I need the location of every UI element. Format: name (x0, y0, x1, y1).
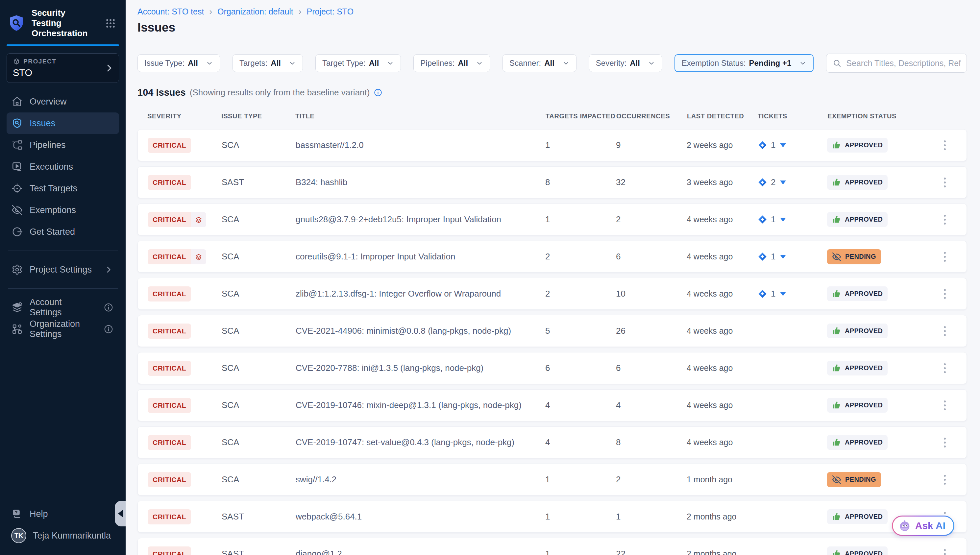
status-badge: APPROVED (827, 547, 888, 555)
severity-cell: CRITICAL (148, 324, 221, 338)
cube-icon (13, 58, 20, 65)
sidebar-collapse-handle[interactable] (115, 501, 126, 526)
sidebar-item-pipelines[interactable]: Pipelines (6, 134, 119, 156)
severity-label: CRITICAL (148, 361, 191, 376)
search-icon (832, 59, 842, 68)
targets-impacted: 2 (545, 252, 616, 262)
jira-icon (757, 214, 768, 225)
filter-pipelines[interactable]: Pipelines:All (413, 54, 490, 72)
last-detected: 4 weeks ago (686, 215, 757, 224)
table-row[interactable]: CRITICALSCACVE-2019-10746: mixin-deep@1.… (138, 389, 967, 421)
table-row[interactable]: CRITICALSASTdjango@1.21222 months agoAPP… (138, 538, 967, 555)
breadcrumb-account[interactable]: Account: STO test (138, 7, 204, 16)
row-menu-kebab-icon[interactable] (938, 212, 951, 228)
filter-scanner[interactable]: Scanner:All (502, 54, 576, 72)
shield-search-icon (11, 117, 23, 129)
avatar: TK (11, 528, 26, 543)
filter-issue-type[interactable]: Issue Type:All (138, 54, 220, 72)
table-row[interactable]: CRITICALSCAgnutls28@3.7.9-2+deb12u5: Imp… (138, 204, 967, 236)
table-row[interactable]: CRITICALSCAswig//1.4.2121 month agoPENDI… (138, 464, 967, 496)
info-icon[interactable] (103, 323, 114, 335)
ask-ai-button[interactable]: Ask AI (892, 515, 954, 536)
table-row[interactable]: CRITICALSASTB324: hashlib8323 weeks ago2… (138, 166, 967, 198)
status-label: APPROVED (845, 327, 883, 335)
occurrences: 9 (616, 140, 686, 150)
status-label: APPROVED (845, 439, 883, 446)
row-menu-kebab-icon[interactable] (938, 546, 951, 555)
project-name: STO (13, 67, 113, 78)
sidebar-item-label: Overview (30, 97, 67, 107)
sidebar-item-issues[interactable]: Issues (6, 112, 119, 134)
last-detected: 1 month ago (686, 475, 757, 484)
sidebar-item-help[interactable]: ? Help (6, 503, 119, 525)
table-row[interactable]: CRITICALSASTwebpack@5.64.1112 months ago… (138, 501, 967, 533)
info-icon[interactable] (103, 302, 114, 313)
col-header-tickets: TICKETS (758, 112, 828, 120)
sidebar-item-executions[interactable]: Executions (6, 156, 119, 178)
row-menu-kebab-icon[interactable] (938, 286, 951, 302)
user-menu[interactable]: TK Teja Kummarikuntla (6, 525, 119, 547)
last-detected: 4 weeks ago (686, 289, 757, 298)
home-icon (11, 96, 23, 107)
severity-label: CRITICAL (148, 547, 191, 555)
table-row[interactable]: CRITICALSCACVE-2020-7788: ini@1.3.5 (lan… (138, 352, 967, 384)
app-header[interactable]: Security Testing Orchestration (0, 0, 126, 38)
filter-label: Issue Type: (144, 59, 184, 68)
targets-impacted: 4 (545, 400, 616, 410)
ticket-caret-icon[interactable] (780, 255, 786, 259)
tickets-cell: 2 (757, 177, 827, 188)
sidebar-item-project-settings[interactable]: Project Settings (6, 259, 119, 281)
module-grid-icon[interactable] (103, 16, 118, 30)
table-row[interactable]: CRITICALSCACVE-2021-44906: minimist@0.0.… (138, 315, 967, 347)
last-detected: 4 weeks ago (686, 252, 757, 261)
stack-icon (195, 216, 202, 224)
row-menu-kebab-icon[interactable] (938, 397, 951, 414)
filter-target-type[interactable]: Target Type:All (315, 54, 401, 72)
sidebar-item-organization-settings[interactable]: Organization Settings (6, 318, 119, 340)
status-badge: APPROVED (827, 435, 888, 450)
row-menu-kebab-icon[interactable] (938, 137, 951, 154)
row-menu-kebab-icon[interactable] (938, 472, 951, 488)
filter-label: Severity: (596, 59, 627, 68)
project-selector[interactable]: PROJECT STO (6, 53, 119, 83)
search-input[interactable] (846, 59, 961, 68)
user-name: Teja Kummarikuntla (33, 531, 111, 541)
sidebar-item-label: Pipelines (30, 140, 66, 150)
row-menu-kebab-icon[interactable] (938, 249, 951, 265)
sidebar-item-account-settings[interactable]: Account Settings (6, 297, 119, 318)
filter-targets[interactable]: Targets:All (233, 54, 303, 72)
ticket-caret-icon[interactable] (780, 143, 786, 147)
ticket-caret-icon[interactable] (780, 181, 786, 184)
breadcrumb-project[interactable]: Project: STO (306, 7, 353, 16)
info-icon[interactable] (374, 88, 382, 97)
sidebar-item-overview[interactable]: Overview (6, 91, 119, 112)
severity-badge: CRITICAL (148, 249, 206, 264)
layers-gear-icon (11, 302, 23, 313)
breadcrumb-organization[interactable]: Organization: default (217, 7, 294, 16)
sidebar-item-get-started[interactable]: Get Started (6, 221, 119, 243)
row-menu-kebab-icon[interactable] (938, 323, 951, 339)
status-badge: APPROVED (827, 361, 888, 375)
table-row[interactable]: CRITICALSCAbassmaster//1.2.0192 weeks ag… (138, 129, 967, 161)
issue-title: django@1.2 (296, 549, 545, 555)
sidebar-item-exemptions[interactable]: Exemptions (6, 199, 119, 221)
table-row[interactable]: CRITICALSCACVE-2019-10747: set-value@0.4… (138, 427, 967, 458)
table-row[interactable]: CRITICALSCAcoreutils@9.1-1: Improper Inp… (138, 241, 967, 273)
row-menu-kebab-icon[interactable] (938, 360, 951, 377)
severity-cell: CRITICAL (148, 286, 221, 302)
filter-exemption-status[interactable]: Exemption Status:Pending +1 (675, 54, 813, 72)
divider (8, 250, 118, 251)
sidebar-item-label: Issues (30, 119, 55, 128)
filter-severity[interactable]: Severity:All (589, 54, 662, 72)
ticket-caret-icon[interactable] (780, 218, 786, 221)
row-menu-kebab-icon[interactable] (938, 174, 951, 191)
table-row[interactable]: CRITICALSCAzlib@1:1.2.13.dfsg-1: Integer… (138, 278, 967, 310)
results-count: 104 Issues (138, 87, 186, 98)
sidebar-item-test-targets[interactable]: Test Targets (6, 178, 119, 199)
ticket-caret-icon[interactable] (780, 292, 786, 296)
occurrences: 8 (616, 437, 686, 448)
row-menu-kebab-icon[interactable] (938, 434, 951, 451)
severity-badge: CRITICAL (148, 324, 191, 338)
occurrences: 1 (616, 512, 686, 522)
sidebar-item-label: Exemptions (30, 205, 76, 215)
